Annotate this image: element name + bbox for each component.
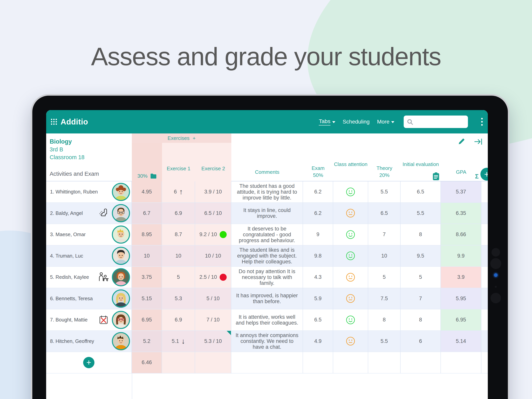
initial-evaluation-cell[interactable]: 9.5 bbox=[400, 245, 441, 267]
comment-cell[interactable]: It stays in line, could improve. bbox=[231, 203, 303, 224]
grid-menu-icon[interactable] bbox=[51, 118, 57, 125]
theory-grade-cell[interactable]: 7.5 bbox=[368, 288, 400, 309]
avatar[interactable] bbox=[112, 225, 130, 244]
comment-cell[interactable]: It is attentive, works well and helps th… bbox=[231, 309, 303, 331]
theory-grade-cell[interactable]: 5.5 bbox=[368, 181, 400, 203]
exercise2-grade-cell[interactable]: 6.5 / 10 bbox=[195, 203, 231, 224]
exercise2-grade-cell[interactable]: 3.9 / 10 bbox=[195, 181, 231, 203]
student-row[interactable]: 6. Bennetts, Teresa 5.15 5.3 5 / 10 bbox=[46, 288, 488, 309]
exam-grade-cell[interactable]: 6.5 bbox=[303, 309, 333, 331]
comment-cell[interactable]: It has improved, is happier than before. bbox=[231, 288, 303, 309]
exercise2-grade-cell[interactable]: 5 / 10 bbox=[195, 288, 231, 309]
gpa-cell[interactable]: 5.14 bbox=[441, 331, 481, 352]
column-header-comments[interactable]: Comments bbox=[231, 168, 303, 175]
kebab-menu-icon[interactable] bbox=[480, 117, 483, 126]
exercise1-grade-cell[interactable]: 5 bbox=[162, 267, 195, 288]
activities-grade-cell[interactable]: 8.95 bbox=[132, 224, 162, 245]
exercise1-grade-cell[interactable]: 10 bbox=[162, 245, 195, 267]
student-row[interactable]: 7. Bought, Mattie 6.95 6.9 7 / 10 bbox=[46, 309, 488, 331]
theory-grade-cell[interactable]: 7 bbox=[368, 224, 400, 245]
column-header-exercise1[interactable]: Exercise 1 bbox=[162, 165, 195, 172]
comment-cell[interactable]: The student has a good attitude, it is t… bbox=[231, 181, 303, 203]
exercise1-grade-cell[interactable]: 5.3 bbox=[162, 288, 195, 309]
exam-grade-cell[interactable]: 6.2 bbox=[303, 203, 333, 224]
edit-pencil-icon[interactable] bbox=[457, 138, 465, 146]
exercise2-grade-cell[interactable]: 5.3 / 10 bbox=[195, 331, 231, 352]
initial-evaluation-cell[interactable]: 6 bbox=[400, 331, 441, 352]
clipboard-icon[interactable] bbox=[432, 172, 440, 180]
initial-evaluation-cell[interactable]: 6.5 bbox=[400, 181, 441, 203]
gpa-cell[interactable]: 8.66 bbox=[441, 224, 481, 245]
attention-cell[interactable] bbox=[333, 181, 368, 203]
theory-grade-cell[interactable]: 6.5 bbox=[368, 203, 400, 224]
exercise1-grade-cell[interactable]: 5.1 ↓ bbox=[162, 331, 195, 352]
class-info[interactable]: Biology 3rd B Classroom 18 bbox=[50, 138, 84, 161]
student-name-cell[interactable]: 5. Redish, Kaylee bbox=[46, 267, 132, 288]
avatar[interactable] bbox=[112, 204, 130, 223]
exercise1-grade-cell[interactable]: 6.9 bbox=[162, 309, 195, 331]
search-input[interactable] bbox=[414, 116, 466, 129]
theory-grade-cell[interactable]: 5 bbox=[368, 267, 400, 288]
exam-grade-cell[interactable]: 4.3 bbox=[303, 267, 333, 288]
exam-grade-cell[interactable]: 9 bbox=[303, 224, 333, 245]
activities-grade-cell[interactable]: 5.2 bbox=[132, 331, 162, 352]
initial-evaluation-cell[interactable]: 8 bbox=[400, 309, 441, 331]
attention-cell[interactable] bbox=[333, 203, 368, 224]
tab-activities-and-exam[interactable]: Activities and Exam bbox=[50, 171, 99, 177]
initial-evaluation-cell[interactable]: 5.5 bbox=[400, 203, 441, 224]
avatar[interactable] bbox=[112, 246, 130, 265]
column-group-exercises[interactable]: Exercises + bbox=[132, 134, 231, 143]
student-row[interactable]: 5. Redish, Kaylee 3.75 5 bbox=[46, 267, 488, 288]
initial-evaluation-cell[interactable]: 5 bbox=[400, 267, 441, 288]
student-row[interactable]: 8. Hitchen, Geoffrey 5.2 5.1 ↓ 5.3 / 10 bbox=[46, 331, 488, 352]
comment-cell[interactable]: It deserves to be congratulated - good p… bbox=[231, 224, 303, 245]
activities-grade-cell[interactable]: 10 bbox=[132, 245, 162, 267]
column-header-theory[interactable]: Theory20% bbox=[368, 165, 400, 179]
activities-grade-cell[interactable]: 5.15 bbox=[132, 288, 162, 309]
attention-cell[interactable] bbox=[333, 331, 368, 352]
student-name-cell[interactable]: 4. Truman, Luc bbox=[46, 245, 132, 267]
search-box[interactable] bbox=[404, 116, 468, 128]
exercise2-grade-cell[interactable]: 10 / 10 bbox=[195, 245, 231, 267]
attention-cell[interactable] bbox=[333, 288, 368, 309]
theory-grade-cell[interactable]: 5.5 bbox=[368, 331, 400, 352]
absence-icon[interactable] bbox=[98, 314, 109, 326]
attention-cell[interactable] bbox=[333, 267, 368, 288]
student-row[interactable]: 1. Whittington, Ruben 4.95 6 ↑ 3.9 / 10 bbox=[46, 181, 488, 203]
avatar[interactable] bbox=[112, 268, 130, 287]
column-header-class-attention[interactable]: Class attention bbox=[333, 161, 368, 168]
exercise1-grade-cell[interactable]: 8.7 bbox=[162, 224, 195, 245]
avatar[interactable] bbox=[112, 332, 130, 350]
sum-symbol[interactable]: Σ bbox=[441, 173, 479, 180]
gpa-cell[interactable]: 6.95 bbox=[441, 309, 481, 331]
exercise2-grade-cell[interactable]: 7 / 10 bbox=[195, 309, 231, 331]
attention-cell[interactable] bbox=[333, 224, 368, 245]
activities-grade-cell[interactable]: 3.75 bbox=[132, 267, 162, 288]
student-name-cell[interactable]: 1. Whittington, Ruben bbox=[46, 181, 132, 203]
comment-cell[interactable]: Do not pay attention It is necessary to … bbox=[231, 267, 303, 288]
activities-grade-cell[interactable]: 6.95 bbox=[132, 309, 162, 331]
student-name-cell[interactable]: 3. Maese, Omar bbox=[46, 224, 132, 245]
student-name-cell[interactable]: 8. Hitchen, Geoffrey bbox=[46, 331, 132, 352]
student-row[interactable]: 3. Maese, Omar 8.95 8.7 9.2 / 10 bbox=[46, 224, 488, 245]
gpa-cell[interactable]: 3.9 bbox=[441, 267, 481, 288]
column-header-exam[interactable]: Exam50% bbox=[303, 165, 333, 179]
inhaler-icon[interactable] bbox=[98, 207, 109, 219]
column-header-initial-evaluation[interactable]: Initial evaluation bbox=[400, 161, 441, 168]
add-column-button[interactable]: + bbox=[480, 168, 488, 180]
exercise1-grade-cell[interactable]: 6.9 bbox=[162, 203, 195, 224]
add-exercise-button[interactable]: + bbox=[193, 135, 196, 141]
avatar[interactable] bbox=[112, 310, 130, 329]
attention-cell[interactable] bbox=[333, 245, 368, 267]
exam-grade-cell[interactable]: 9.8 bbox=[303, 245, 333, 267]
exam-grade-cell[interactable]: 5.9 bbox=[303, 288, 333, 309]
column-header-exercise2[interactable]: Exercise 2 bbox=[195, 165, 231, 172]
exercise1-grade-cell[interactable]: 6 ↑ bbox=[162, 181, 195, 203]
avatar[interactable] bbox=[112, 183, 130, 201]
skip-to-end-icon[interactable] bbox=[474, 138, 483, 146]
student-row[interactable]: 2. Baldy, Angel 6.7 6.9 6.5 / bbox=[46, 203, 488, 224]
exercise2-grade-cell[interactable]: 2.5 / 10 bbox=[195, 267, 231, 288]
activities-grade-cell[interactable]: 4.95 bbox=[132, 181, 162, 203]
student-name-cell[interactable]: 7. Bought, Mattie bbox=[46, 309, 132, 331]
gpa-cell[interactable]: 9.9 bbox=[441, 245, 481, 267]
